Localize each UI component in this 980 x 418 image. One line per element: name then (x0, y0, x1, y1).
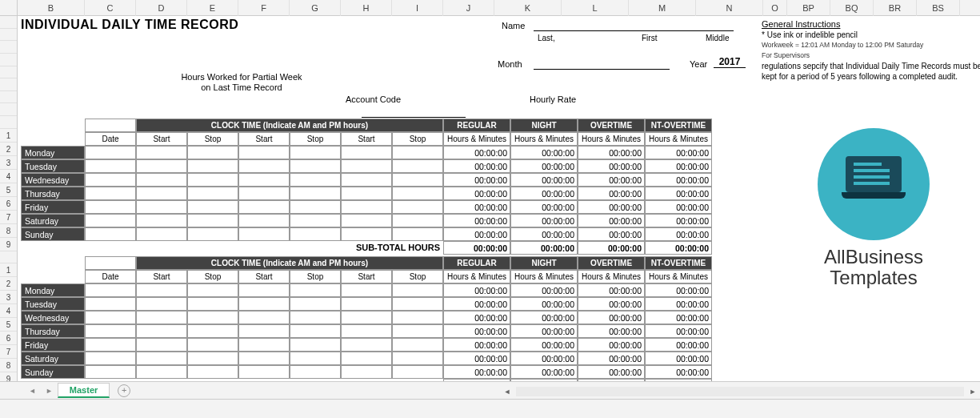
time-cell[interactable] (290, 297, 341, 311)
time-cell[interactable] (187, 365, 238, 379)
hours-cell[interactable]: 00:00:00 (578, 352, 645, 365)
hours-cell[interactable]: 00:00:00 (510, 311, 578, 324)
column-header[interactable]: G (290, 0, 341, 16)
time-cell[interactable] (238, 324, 290, 338)
hours-cell[interactable]: 00:00:00 (578, 227, 645, 241)
hours-cell[interactable]: 00:00:00 (578, 297, 645, 311)
time-cell[interactable] (392, 365, 443, 379)
date-cell[interactable] (85, 297, 136, 311)
time-cell[interactable] (136, 146, 187, 159)
row-header[interactable]: 3 (0, 291, 17, 304)
time-cell[interactable] (341, 338, 392, 352)
add-sheet-button[interactable]: + (118, 384, 130, 397)
time-cell[interactable] (238, 365, 290, 379)
time-cell[interactable] (136, 283, 187, 297)
time-cell[interactable] (136, 338, 187, 352)
hours-cell[interactable]: 00:00:00 (443, 311, 510, 324)
time-cell[interactable] (341, 200, 392, 214)
column-header[interactable]: K (494, 0, 562, 16)
date-cell[interactable] (85, 352, 136, 365)
hours-cell[interactable]: 00:00:00 (443, 227, 510, 241)
hours-cell[interactable]: 00:00:00 (443, 187, 510, 200)
row-header[interactable]: 4 (0, 304, 17, 318)
time-cell[interactable] (392, 227, 443, 241)
time-cell[interactable] (341, 187, 392, 200)
time-cell[interactable] (290, 200, 341, 214)
hours-cell[interactable]: 00:00:00 (510, 324, 578, 338)
hours-cell[interactable]: 00:00:00 (510, 352, 578, 365)
hours-cell[interactable]: 00:00:00 (510, 187, 578, 200)
hours-cell[interactable]: 00:00:00 (510, 146, 578, 159)
time-cell[interactable] (341, 283, 392, 297)
time-cell[interactable] (238, 283, 290, 297)
hours-cell[interactable]: 00:00:00 (443, 283, 510, 297)
time-cell[interactable] (136, 227, 187, 241)
time-cell[interactable] (392, 297, 443, 311)
time-cell[interactable] (290, 214, 341, 227)
row-header[interactable]: 8 (0, 359, 17, 372)
time-cell[interactable] (136, 297, 187, 311)
time-cell[interactable] (341, 324, 392, 338)
time-cell[interactable] (238, 200, 290, 214)
hours-cell[interactable]: 00:00:00 (510, 297, 578, 311)
time-cell[interactable] (238, 173, 290, 187)
hours-cell[interactable]: 00:00:00 (645, 227, 712, 241)
row-header[interactable] (0, 103, 17, 116)
time-cell[interactable] (238, 338, 290, 352)
hours-cell[interactable]: 00:00:00 (443, 365, 510, 379)
hours-cell[interactable]: 00:00:00 (645, 283, 712, 297)
hours-cell[interactable]: 00:00:00 (645, 365, 712, 379)
hours-cell[interactable]: 00:00:00 (578, 365, 645, 379)
scroll-left-icon[interactable]: ◄ (500, 384, 514, 399)
hours-cell[interactable]: 00:00:00 (510, 214, 578, 227)
column-header[interactable]: O (763, 0, 787, 16)
column-header[interactable]: D (136, 0, 187, 16)
tab-prev-icon[interactable]: ◄ (29, 387, 36, 395)
date-cell[interactable] (85, 283, 136, 297)
row-header[interactable]: 1 (0, 129, 17, 143)
time-cell[interactable] (290, 338, 341, 352)
time-cell[interactable] (392, 338, 443, 352)
hours-cell[interactable]: 00:00:00 (645, 146, 712, 159)
date-cell[interactable] (85, 365, 136, 379)
time-cell[interactable] (187, 173, 238, 187)
time-cell[interactable] (238, 297, 290, 311)
row-header[interactable] (0, 41, 17, 54)
time-cell[interactable] (290, 173, 341, 187)
hours-cell[interactable]: 00:00:00 (645, 187, 712, 200)
column-header[interactable]: H (341, 0, 392, 16)
time-cell[interactable] (392, 311, 443, 324)
time-cell[interactable] (392, 324, 443, 338)
tab-next-icon[interactable]: ► (46, 387, 53, 395)
hours-cell[interactable]: 00:00:00 (578, 338, 645, 352)
time-cell[interactable] (392, 159, 443, 173)
row-header[interactable]: 2 (0, 143, 17, 156)
column-header[interactable]: L (562, 0, 629, 16)
time-cell[interactable] (392, 173, 443, 187)
time-cell[interactable] (290, 324, 341, 338)
time-cell[interactable] (187, 324, 238, 338)
time-cell[interactable] (238, 146, 290, 159)
hours-cell[interactable]: 00:00:00 (578, 187, 645, 200)
time-cell[interactable] (341, 173, 392, 187)
row-header[interactable] (0, 251, 17, 264)
column-header[interactable]: F (238, 0, 290, 16)
time-cell[interactable] (187, 227, 238, 241)
time-cell[interactable] (187, 338, 238, 352)
time-cell[interactable] (238, 159, 290, 173)
time-cell[interactable] (187, 159, 238, 173)
year-value[interactable]: 2017 (714, 56, 746, 68)
time-cell[interactable] (136, 352, 187, 365)
time-cell[interactable] (392, 283, 443, 297)
time-cell[interactable] (187, 297, 238, 311)
date-cell[interactable] (85, 187, 136, 200)
time-cell[interactable] (136, 159, 187, 173)
hours-cell[interactable]: 00:00:00 (510, 283, 578, 297)
time-cell[interactable] (187, 146, 238, 159)
hours-cell[interactable]: 00:00:00 (645, 200, 712, 214)
hours-cell[interactable]: 00:00:00 (578, 159, 645, 173)
row-header[interactable] (0, 66, 17, 79)
row-header[interactable]: 8 (0, 224, 17, 238)
horizontal-scrollbar[interactable]: ◄ ► (500, 384, 980, 399)
hours-cell[interactable]: 00:00:00 (578, 173, 645, 187)
